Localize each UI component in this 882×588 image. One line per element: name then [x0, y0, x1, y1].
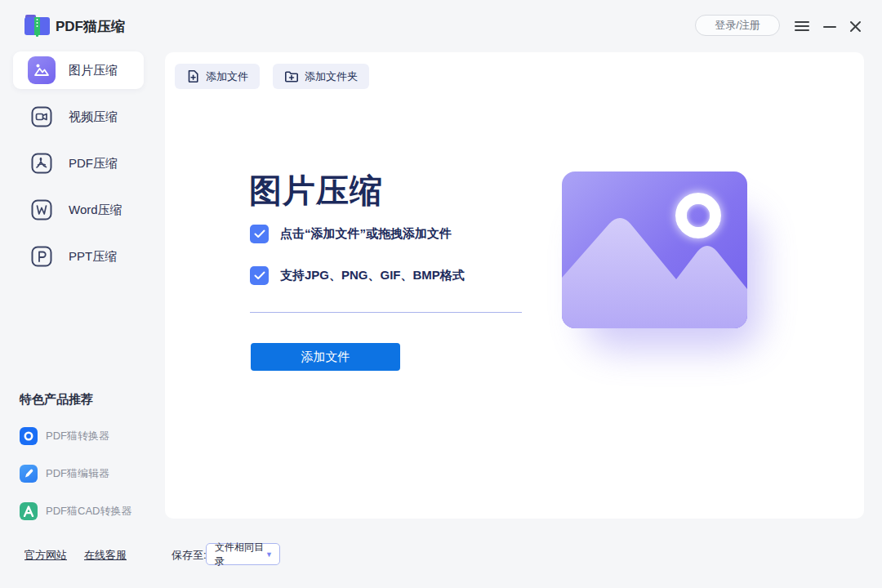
app-window: PDF猫压缩 登录/注册 图片压缩	[0, 0, 882, 588]
main-content-panel: 添加文件 添加文件夹 图片压缩 点击“添加文件”或拖拽添加文件 支持JPG、PN…	[165, 52, 864, 519]
add-folder-label: 添加文件夹	[305, 69, 358, 84]
featured-item-label: PDF猫CAD转换器	[46, 504, 131, 519]
hint-text: 点击“添加文件”或拖拽添加文件	[280, 226, 452, 242]
menu-icon[interactable]	[794, 18, 810, 34]
featured-products-title: 特色产品推荐	[20, 392, 165, 408]
featured-products-section: 特色产品推荐 PDF猫转换器 PDF猫编辑器 PDF猫CAD转换器	[0, 392, 165, 520]
featured-item-editor[interactable]: PDF猫编辑器	[20, 465, 165, 483]
featured-item-cad[interactable]: PDF猫CAD转换器	[20, 502, 165, 520]
sidebar-item-video-compress[interactable]: 视频压缩	[13, 98, 144, 136]
sun-ring-icon	[675, 193, 721, 238]
sidebar-item-label: Word压缩	[69, 203, 122, 218]
sidebar-item-label: 图片压缩	[69, 63, 118, 78]
mountains-graphic	[562, 172, 747, 328]
sidebar-item-ppt-compress[interactable]: PPT压缩	[13, 238, 144, 275]
add-folder-toolbar-button[interactable]: 添加文件夹	[273, 64, 369, 89]
featured-item-label: PDF猫转换器	[46, 429, 109, 443]
hint-text: 支持JPG、PNG、GIF、BMP格式	[280, 268, 465, 283]
divider-line	[250, 312, 522, 313]
featured-item-label: PDF猫编辑器	[46, 466, 109, 481]
image-compress-illustration	[562, 172, 747, 328]
chevron-down-icon: ▼	[265, 550, 273, 559]
close-icon[interactable]	[847, 18, 863, 34]
app-logo-icon	[23, 12, 52, 38]
login-register-button[interactable]: 登录/注册	[695, 15, 780, 36]
image-icon	[28, 56, 56, 84]
pdf-icon	[28, 149, 56, 177]
folder-plus-icon	[284, 69, 299, 83]
save-location-dropdown[interactable]: 文件相同目录 ▼	[206, 543, 280, 565]
sidebar-item-image-compress[interactable]: 图片压缩	[13, 51, 144, 89]
save-to-label: 保存至:	[172, 548, 207, 563]
sidebar-item-label: PPT压缩	[69, 249, 117, 265]
save-location-value: 文件相同目录	[215, 541, 265, 568]
online-service-link[interactable]: 在线客服	[84, 548, 127, 563]
editor-icon	[20, 465, 38, 483]
sidebar-item-label: PDF压缩	[69, 156, 118, 172]
hint-row-add-files: 点击“添加文件”或拖拽添加文件	[250, 225, 452, 243]
ppt-icon	[28, 243, 56, 270]
file-plus-icon	[186, 69, 200, 83]
app-title: PDF猫压缩	[56, 17, 125, 36]
official-site-link[interactable]: 官方网站	[24, 548, 67, 563]
page-title: 图片压缩	[249, 168, 383, 213]
sidebar-item-pdf-compress[interactable]: PDF压缩	[13, 145, 144, 182]
featured-item-converter[interactable]: PDF猫转换器	[20, 427, 165, 445]
title-bar: PDF猫压缩 登录/注册	[0, 0, 882, 52]
add-file-label: 添加文件	[206, 69, 248, 84]
image-frame-icon	[562, 172, 747, 328]
converter-icon	[20, 427, 38, 445]
sidebar-nav: 图片压缩 视频压缩 PDF压缩	[0, 51, 165, 284]
sidebar-item-word-compress[interactable]: Word压缩	[13, 191, 144, 229]
add-file-primary-button[interactable]: 添加文件	[251, 343, 400, 371]
footer-bar: 官方网站 在线客服 保存至: 文件相同目录 ▼	[0, 537, 882, 588]
cad-icon	[20, 502, 38, 520]
video-icon	[28, 103, 56, 131]
add-file-toolbar-button[interactable]: 添加文件	[175, 64, 260, 89]
sidebar-item-label: 视频压缩	[69, 109, 118, 125]
minimize-icon[interactable]	[822, 18, 838, 34]
hint-row-formats: 支持JPG、PNG、GIF、BMP格式	[250, 266, 465, 285]
checkbox-checked-icon[interactable]	[250, 266, 269, 285]
checkbox-checked-icon[interactable]	[250, 225, 269, 243]
word-icon	[28, 196, 56, 224]
